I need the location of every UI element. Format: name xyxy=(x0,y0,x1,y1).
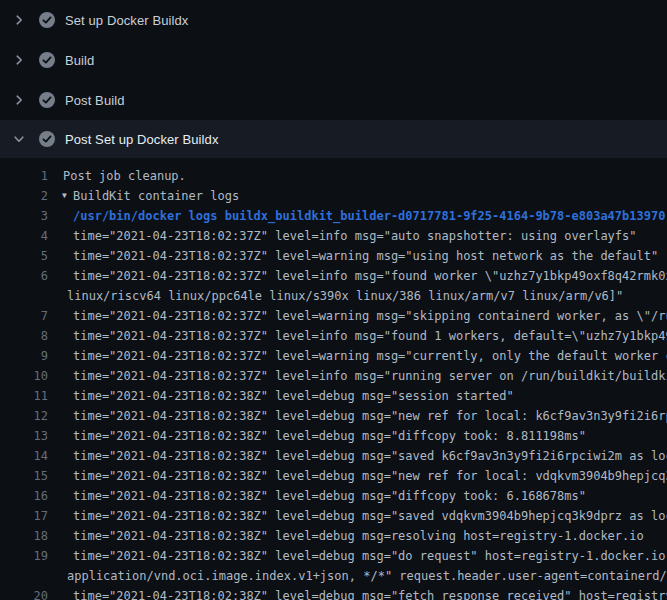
log-line-text: time="2021-04-23T18:02:38Z" level=debug … xyxy=(73,586,667,600)
check-circle-icon xyxy=(38,130,56,148)
line-number[interactable]: 13 xyxy=(0,426,48,446)
line-number[interactable]: 14 xyxy=(0,446,48,466)
log-line-text: time="2021-04-23T18:02:38Z" level=debug … xyxy=(73,486,586,506)
log-line: 4 time="2021-04-23T18:02:37Z" level=info… xyxy=(0,226,667,246)
line-number[interactable]: 11 xyxy=(0,386,48,406)
line-number[interactable]: 7 xyxy=(0,306,48,326)
log-line-text: time="2021-04-23T18:02:37Z" level=warnin… xyxy=(73,306,667,326)
log-line: 1 Post job cleanup. xyxy=(0,166,667,186)
actions-log-viewer: Set up Docker Buildx Build P xyxy=(0,0,667,600)
log-line: 5 time="2021-04-23T18:02:37Z" level=warn… xyxy=(0,246,667,266)
line-number[interactable]: 15 xyxy=(0,466,48,486)
log-line: 8 time="2021-04-23T18:02:37Z" level=info… xyxy=(0,326,667,346)
log-line-text: time="2021-04-23T18:02:37Z" level=warnin… xyxy=(73,246,658,266)
line-number[interactable]: 4 xyxy=(0,226,48,246)
log-panel: 1 Post job cleanup. 2 ▼BuildKit containe… xyxy=(0,158,667,600)
log-line: 14 time="2021-04-23T18:02:38Z" level=deb… xyxy=(0,446,667,466)
log-line: 6 time="2021-04-23T18:02:37Z" level=info… xyxy=(0,266,667,286)
step-title: Post Set up Docker Buildx xyxy=(65,132,219,147)
log-line: 13 time="2021-04-23T18:02:38Z" level=deb… xyxy=(0,426,667,446)
line-number[interactable]: 18 xyxy=(0,526,48,546)
log-line: 9 time="2021-04-23T18:02:37Z" level=warn… xyxy=(0,346,667,366)
steps-list: Set up Docker Buildx Build P xyxy=(0,0,667,158)
log-line-text: time="2021-04-23T18:02:38Z" level=debug … xyxy=(73,386,514,406)
log-line-text: time="2021-04-23T18:02:38Z" level=debug … xyxy=(73,506,667,526)
log-line: 3 /usr/bin/docker logs buildx_buildkit_b… xyxy=(0,206,667,226)
log-line-text: time="2021-04-23T18:02:38Z" level=debug … xyxy=(73,406,667,426)
chevron-right-icon[interactable] xyxy=(13,54,25,66)
log-line-text: time="2021-04-23T18:02:37Z" level=info m… xyxy=(73,326,667,346)
line-number[interactable]: 10 xyxy=(0,366,48,386)
log-line: 2 ▼BuildKit container logs xyxy=(0,186,667,206)
log-line: 10 time="2021-04-23T18:02:37Z" level=inf… xyxy=(0,366,667,386)
line-number[interactable]: 20 xyxy=(0,586,48,600)
log-line: 19 time="2021-04-23T18:02:38Z" level=deb… xyxy=(0,546,667,566)
chevron-right-icon[interactable] xyxy=(13,14,25,26)
line-number[interactable]: 16 xyxy=(0,486,48,506)
log-line-text: time="2021-04-23T18:02:37Z" level=info m… xyxy=(73,266,667,286)
log-line: 17 time="2021-04-23T18:02:38Z" level=deb… xyxy=(0,506,667,526)
log-line-text: time="2021-04-23T18:02:37Z" level=warnin… xyxy=(73,346,667,366)
log-line: 16 time="2021-04-23T18:02:38Z" level=deb… xyxy=(0,486,667,506)
log-line-text: time="2021-04-23T18:02:37Z" level=info m… xyxy=(73,366,667,386)
log-line-text: time="2021-04-23T18:02:38Z" level=debug … xyxy=(73,466,667,486)
step-header[interactable]: Build xyxy=(0,40,667,80)
log-line-text: time="2021-04-23T18:02:38Z" level=debug … xyxy=(73,526,644,546)
check-circle-icon xyxy=(38,91,56,109)
group-toggle-icon[interactable]: ▼ xyxy=(62,186,70,206)
step-header[interactable]: Post Set up Docker Buildx xyxy=(0,120,667,158)
log-line-text: Post job cleanup. xyxy=(63,166,186,186)
log-line-text: time="2021-04-23T18:02:38Z" level=debug … xyxy=(73,426,586,446)
log-line: 12 time="2021-04-23T18:02:38Z" level=deb… xyxy=(0,406,667,426)
log-line-text: /usr/bin/docker logs buildx_buildkit_bui… xyxy=(73,206,665,226)
log-line: 15 time="2021-04-23T18:02:38Z" level=deb… xyxy=(0,466,667,486)
line-number[interactable]: 12 xyxy=(0,406,48,426)
log-line-text: BuildKit container logs xyxy=(73,186,239,206)
check-circle-icon xyxy=(38,51,56,69)
log-line: 11 time="2021-04-23T18:02:38Z" level=deb… xyxy=(0,386,667,406)
log-line-text: application/vnd.oci.image.index.v1+json,… xyxy=(67,566,667,586)
line-number[interactable]: 5 xyxy=(0,246,48,266)
step-header[interactable]: Set up Docker Buildx xyxy=(0,0,667,40)
log-line-text: time="2021-04-23T18:02:38Z" level=debug … xyxy=(73,546,667,566)
log-line-text: linux/riscv64 linux/ppc64le linux/s390x … xyxy=(67,286,623,306)
line-number[interactable]: 17 xyxy=(0,506,48,526)
line-number[interactable]: 3 xyxy=(0,206,48,226)
chevron-down-icon[interactable] xyxy=(13,133,25,145)
log-line-text: time="2021-04-23T18:02:37Z" level=info m… xyxy=(73,226,637,246)
log-line: application/vnd.oci.image.index.v1+json,… xyxy=(0,566,667,586)
step-title: Post Build xyxy=(65,93,125,108)
check-circle-icon xyxy=(38,11,56,29)
line-number[interactable] xyxy=(0,286,48,306)
log-line: 20 time="2021-04-23T18:02:38Z" level=deb… xyxy=(0,586,667,600)
line-number[interactable] xyxy=(0,566,48,586)
log-line: 7 time="2021-04-23T18:02:37Z" level=warn… xyxy=(0,306,667,326)
step-title: Build xyxy=(65,53,94,68)
line-number[interactable]: 9 xyxy=(0,346,48,366)
line-number[interactable]: 6 xyxy=(0,266,48,286)
step-title: Set up Docker Buildx xyxy=(65,13,188,28)
line-number[interactable]: 1 xyxy=(0,166,48,186)
log-line: 18 time="2021-04-23T18:02:38Z" level=deb… xyxy=(0,526,667,546)
log-line: linux/riscv64 linux/ppc64le linux/s390x … xyxy=(0,286,667,306)
line-number[interactable]: 2 xyxy=(0,186,48,206)
step-header[interactable]: Post Build xyxy=(0,80,667,120)
log-line-text: time="2021-04-23T18:02:38Z" level=debug … xyxy=(73,446,667,466)
chevron-right-icon[interactable] xyxy=(13,94,25,106)
line-number[interactable]: 19 xyxy=(0,546,48,566)
line-number[interactable]: 8 xyxy=(0,326,48,346)
